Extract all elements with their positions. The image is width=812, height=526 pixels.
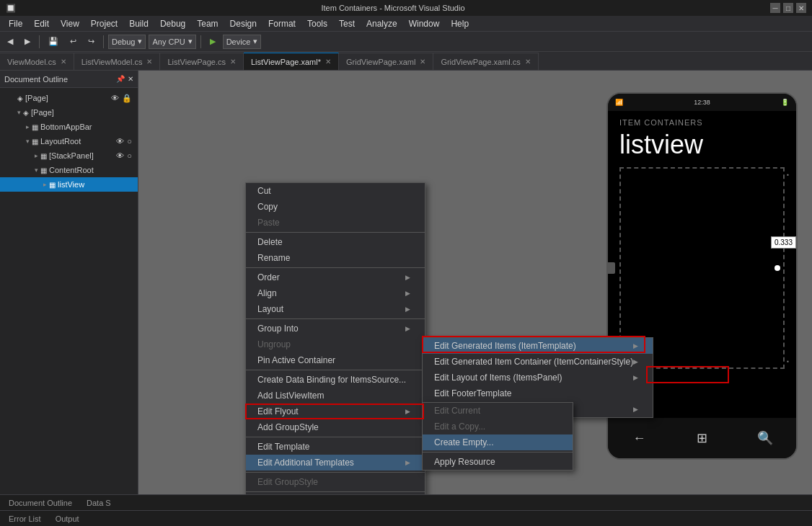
toolbar-undo-btn[interactable]: ↩ [66, 35, 81, 48]
ctx-sep-4 [246, 370, 425, 370]
ctx-order[interactable]: Order ▶ [246, 269, 425, 285]
stackpanel-eye-icon[interactable]: 👁 [116, 151, 124, 160]
tree-item-bottomappbar[interactable]: ▸ ▦ BottomAppBar [0, 120, 138, 134]
eye-icon[interactable]: 👁 [111, 94, 119, 103]
menu-build[interactable]: Build [123, 17, 154, 30]
menu-format[interactable]: Format [262, 17, 301, 30]
expand-stackpanel[interactable]: ▸ [32, 152, 40, 159]
tree-item-page2[interactable]: ▾ ◈ [Page] [0, 105, 138, 120]
tree-item-layoutroot[interactable]: ▾ ▦ LayoutRoot 👁 ○ [0, 134, 138, 148]
tree-item-contentroot[interactable]: ▾ ▦ ContentRoot [0, 163, 138, 177]
menu-project[interactable]: Project [85, 17, 123, 30]
menu-edit[interactable]: Edit [28, 17, 55, 30]
tab-viewmodel-close[interactable]: ✕ [61, 58, 66, 66]
menu-test[interactable]: Test [333, 17, 361, 30]
toolbar-back-btn[interactable]: ◀ [3, 35, 17, 48]
tab-listviewmodel-close[interactable]: ✕ [146, 58, 152, 66]
tab-listviewpage-cs-close[interactable]: ✕ [230, 58, 236, 66]
phone-search-icon[interactable]: 🔍 [754, 427, 776, 449]
menu-window[interactable]: Window [403, 17, 446, 30]
tab-gridviewpage-xaml[interactable]: GridViewPage.xaml ✕ [339, 53, 433, 70]
sub-edit-generated-arrow: ▶ [633, 342, 638, 349]
tab-gridviewpage-xaml-cs-close[interactable]: ✕ [525, 58, 531, 66]
tab-listviewpage-xaml[interactable]: ListViewPage.xaml* ✕ [244, 53, 339, 70]
ctx-layout[interactable]: Layout ▶ [246, 301, 425, 317]
stackpanel-lock-icon[interactable]: ○ [127, 151, 132, 160]
tab-viewmodel[interactable]: ViewModel.cs ✕ [0, 53, 74, 70]
ctx-copy[interactable]: Copy [246, 199, 425, 215]
lock-icon[interactable]: 🔒 [122, 94, 132, 103]
toolbar-forward-btn[interactable]: ▶ [20, 35, 35, 48]
phone-back-icon[interactable]: ← [629, 427, 650, 449]
layoutroot-lock-icon[interactable]: ○ [127, 137, 132, 146]
expand-bottomappbar[interactable]: ▸ [23, 123, 32, 130]
sub-edit-footer[interactable]: Edit FooterTemplate [423, 385, 653, 401]
menu-design[interactable]: Design [224, 17, 262, 30]
ctx-cut[interactable]: Cut [246, 183, 425, 199]
tree-item-stackpanel[interactable]: ▸ ▦ [StackPanel] 👁 ○ [0, 148, 138, 163]
tab-error-list[interactable]: Error List [6, 513, 44, 525]
ctx-create-data-binding[interactable]: Create Data Binding for ItemsSource... [246, 372, 425, 388]
ctx-view-code[interactable]: View Code [246, 494, 425, 494]
ctx-edit-template[interactable]: Edit Template [246, 439, 425, 455]
ctx-pin-active[interactable]: Pin Active Container [246, 352, 425, 368]
sub-edit-generated[interactable]: Edit Generated Items (ItemTemplate) ▶ [423, 338, 653, 354]
ctx-add-listview-item[interactable]: Add ListViewItem [246, 388, 425, 404]
ctx-edit-flyout[interactable]: Edit Flyout ▶ [246, 404, 425, 419]
sub-edit-current[interactable]: Edit Current [423, 403, 573, 419]
menu-analyze[interactable]: Analyze [361, 17, 403, 30]
close-button[interactable]: ✕ [796, 3, 806, 13]
sub-edit-generated-container-arrow: ▶ [633, 358, 638, 365]
title-bar: 🔲 Item Containers - Microsoft Visual Stu… [0, 0, 812, 16]
expand-page2[interactable]: ▾ [14, 109, 23, 116]
ctx-edit-additional-templates[interactable]: Edit Additional Templates ▶ [246, 455, 425, 471]
tab-listviewpage-xaml-close[interactable]: ✕ [325, 58, 331, 66]
menu-tools[interactable]: Tools [301, 17, 333, 30]
menu-help[interactable]: Help [445, 17, 475, 30]
tab-listviewpage-cs[interactable]: ListViewPage.cs ✕ [160, 53, 244, 70]
sub-apply-resource[interactable]: Apply Resource [423, 454, 573, 470]
menu-team[interactable]: Team [191, 17, 224, 30]
sub-edit-generated-container[interactable]: Edit Generated Item Container (ItemConta… [423, 354, 653, 370]
ctx-edit-additional-templates-arrow: ▶ [405, 459, 410, 466]
ctx-edit-groupstyle[interactable]: Edit GroupStyle [246, 474, 425, 490]
menu-view[interactable]: View [55, 17, 85, 30]
sub-create-empty[interactable]: Create Empty... [423, 434, 573, 450]
menu-file[interactable]: File [3, 17, 28, 30]
tab-gridviewpage-xaml-cs[interactable]: GridViewPage.xaml.cs ✕ [433, 53, 538, 70]
toolbar-redo-btn[interactable]: ↪ [84, 35, 99, 48]
debug-config-dropdown[interactable]: Debug ▾ [108, 35, 146, 49]
pin-icon[interactable]: 📌 [116, 75, 125, 83]
phone-home-icon[interactable]: ⊞ [692, 427, 713, 449]
toolbar: ◀ ▶ 💾 ↩ ↪ Debug ▾ Any CPU ▾ ▶ Device ▾ [0, 32, 812, 52]
expand-contentroot[interactable]: ▾ [32, 166, 40, 174]
tree-item-page-header[interactable]: ◈ [Page] 👁 🔒 [0, 91, 138, 105]
expand-listview[interactable]: ▸ [40, 181, 49, 188]
ctx-paste[interactable]: Paste [246, 215, 425, 231]
tree-item-listview[interactable]: ▸ ▦ listView [0, 177, 138, 192]
expand-layoutroot[interactable]: ▾ [23, 138, 32, 145]
menu-debug[interactable]: Debug [154, 17, 191, 30]
tab-gridviewpage-xaml-close[interactable]: ✕ [420, 58, 425, 66]
tab-listviewmodel[interactable]: ListViewModel.cs ✕ [74, 53, 161, 70]
sub-edit-copy[interactable]: Edit a Copy... [423, 419, 573, 434]
ctx-group-into[interactable]: Group Into ▶ [246, 321, 425, 336]
tab-output[interactable]: Output [53, 513, 82, 525]
sub-edit-layout[interactable]: Edit Layout of Items (ItemsPanel) ▶ [423, 370, 653, 385]
minimize-button[interactable]: ─ [770, 3, 780, 13]
cpu-dropdown[interactable]: Any CPU ▾ [149, 35, 195, 49]
ctx-ungroup[interactable]: Ungroup [246, 336, 425, 352]
toolbar-save-btn[interactable]: 💾 [44, 35, 63, 48]
close-panel-icon[interactable]: ✕ [128, 75, 133, 83]
sub-edit-footer-label: Edit FooterTemplate [434, 388, 638, 398]
ctx-rename[interactable]: Rename [246, 250, 425, 266]
device-dropdown[interactable]: Device ▾ [223, 35, 262, 49]
maximize-button[interactable]: □ [783, 3, 793, 13]
layoutroot-eye-icon[interactable]: 👁 [116, 137, 124, 146]
ctx-align[interactable]: Align ▶ [246, 285, 425, 301]
bottom-tab-outline[interactable]: Document Outline [6, 497, 75, 509]
start-btn[interactable]: ▶ [206, 35, 220, 48]
ctx-delete[interactable]: Delete [246, 234, 425, 250]
bottom-tab-data[interactable]: Data S [84, 497, 114, 509]
ctx-add-group-style[interactable]: Add GroupStyle [246, 419, 425, 435]
